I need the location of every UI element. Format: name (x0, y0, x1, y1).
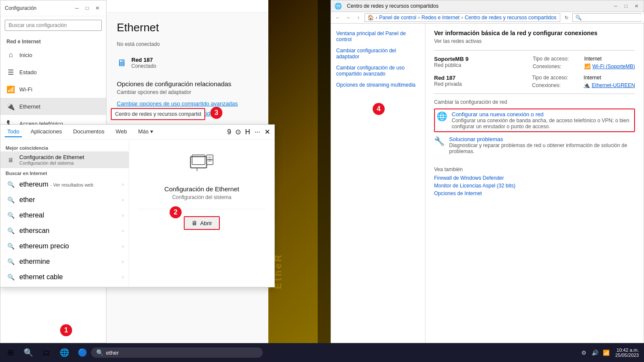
taskview-button[interactable]: 🗂 (38, 344, 55, 361)
search-tabs: Todo Aplicaciones Documentos Web Más ▾ 9… (0, 125, 274, 139)
internet-item-ethereum[interactable]: 🔍 ethereum - Ver resultados web › (0, 177, 129, 192)
nc-conexiones-label: Conexiones: (533, 63, 571, 69)
nc-window-icon: 🌐 (334, 3, 342, 9)
nc-minimize[interactable]: ─ (612, 2, 620, 10)
search-results-list: Mejor coincidencia 🖥 Configuración de Et… (0, 139, 129, 287)
maximize-button[interactable]: □ (83, 4, 91, 12)
nc-close[interactable]: ✕ (632, 2, 640, 10)
search-icon: 🔍 (6, 241, 16, 251)
badge-label-3: 3 (215, 109, 219, 117)
nc-sidebar-ventana[interactable]: Ventana principal del Panel de control (331, 28, 425, 45)
nc-net2-type: Red privada (434, 81, 462, 87)
internet-item-ether[interactable]: 🔍 ether › (0, 192, 129, 208)
nc-also-link-internet[interactable]: Opciones de Internet (434, 190, 635, 196)
nc-also-link-firewall[interactable]: Firewall de Windows Defender (434, 175, 635, 181)
nc-search-input[interactable] (583, 15, 644, 21)
nc-active-networks-label: Ver las redes activas (434, 38, 635, 44)
sidebar-item-label: Wi-Fi (19, 86, 32, 93)
step-badge-2: 2 (170, 206, 182, 218)
badge-circle-4: 4 (373, 103, 385, 115)
nc-sidebar-adaptador[interactable]: Cambiar configuración del adaptador (331, 45, 425, 62)
nc-also-link-monitor[interactable]: Monitor de Licencias Aspel (32 bits) (434, 183, 635, 189)
settings-tray-icon[interactable]: ⚙ (579, 348, 589, 357)
nc-divider2 (434, 94, 635, 94)
breadcrumb-centro[interactable]: Centro de redes y recursos compartidos (465, 15, 556, 21)
nc-addressbar: ← → ↑ 🏠 › Panel de control › Redes e Int… (331, 12, 644, 24)
internet-item-ethereal[interactable]: 🔍 ethereal › (0, 208, 129, 223)
search-taskbar-button[interactable]: 🔍 (20, 344, 37, 361)
search-highlight-input[interactable] (115, 111, 201, 117)
close-search-icon[interactable]: ✕ (264, 128, 270, 136)
best-match-sub: Configuración del sistema (19, 160, 124, 166)
nc-wifi-link[interactable]: 📶 Wi-Fi (SoporteMB) (584, 63, 635, 69)
settings-section-label: Red e Internet (0, 34, 106, 46)
search-icon: 🔍 (6, 210, 16, 220)
network-tray-icon[interactable]: 📶 (601, 348, 611, 357)
tab-documentos[interactable]: Documentos (70, 127, 107, 137)
result-name: ethernet cable (19, 273, 63, 281)
sidebar-item-inicio[interactable]: ⌂ Inicio (0, 46, 106, 63)
breadcrumb-home[interactable]: 🏠 (368, 15, 374, 21)
wifi-conn-icon: 📶 (584, 63, 591, 69)
nc-action-title1[interactable]: Configurar una nueva conexión o red (452, 111, 632, 118)
best-match-item[interactable]: 🖥 Configuración de Ethernet Configuració… (0, 151, 129, 168)
nc-access-label: Tipo de acceso: (533, 56, 571, 62)
nc-sidebar-streaming[interactable]: Opciones de streaming multimedia (331, 79, 425, 90)
search-highlight-box (111, 108, 205, 120)
chrome-button[interactable]: 🌐 (56, 344, 73, 361)
open-icon: 🖥 (191, 220, 197, 226)
nc-net1-info: SoporteMB 9 Red pública (434, 56, 468, 68)
gaming-bg: ABIT EtheR (268, 0, 318, 343)
detail-title: Configuración de Ethernet (164, 185, 239, 193)
svg-rect-0 (191, 157, 207, 168)
documents-label: Documentos (2+) (0, 285, 129, 287)
result-text: ether (19, 196, 122, 204)
breadcrumb-redes[interactable]: Redes e Internet (422, 15, 460, 21)
tab-mas[interactable]: Más ▾ (136, 127, 156, 137)
sidebar-item-label: Estado (19, 69, 36, 75)
nc-sidebar-compartido[interactable]: Cambiar configuración de uso compartido … (331, 62, 425, 79)
tab-todo[interactable]: Todo (5, 127, 22, 137)
breadcrumb-panel[interactable]: Panel de control (379, 15, 416, 21)
close-button[interactable]: ✕ (93, 4, 102, 12)
result-sub: - Ver resultados web (50, 182, 93, 187)
open-button[interactable]: 🖥 Abrir (184, 216, 219, 230)
back-button[interactable]: ← (334, 13, 342, 22)
nc-action-text1: Configurar una nueva conexión o red Conf… (452, 111, 632, 130)
nc-ethernet-link[interactable]: 🔌 Ethernet-UGREEN (583, 82, 635, 88)
nc-maximize[interactable]: □ (622, 2, 630, 10)
taskbar-search-input[interactable] (106, 350, 258, 356)
sidebar-item-ethernet[interactable]: 🔌 Ethernet (0, 98, 106, 115)
forward-button[interactable]: → (344, 13, 352, 22)
sound-icon[interactable]: 🔊 (590, 348, 600, 357)
settings-search-input[interactable] (5, 20, 102, 31)
arrow-icon: › (122, 181, 124, 187)
edge-button[interactable]: 🔵 (74, 344, 91, 361)
tab-web[interactable]: Web (113, 127, 130, 137)
result-name: ethereal (19, 211, 44, 219)
internet-item-ethereum-precio[interactable]: 🔍 ethereum precio › (0, 238, 129, 254)
nc-action-title2[interactable]: Solucionar problemas (449, 136, 635, 142)
sidebar-item-wifi[interactable]: 📶 Wi-Fi (0, 81, 106, 98)
minimize-button[interactable]: ─ (73, 4, 81, 12)
nc-net2-access-row2: Conexiones: 🔌 Ethernet-UGREEN (532, 82, 635, 88)
internet-label: Buscar en Internet (0, 168, 129, 177)
refresh-button[interactable]: ↻ (562, 13, 571, 22)
sidebar-item-estado[interactable]: ☰ Estado (0, 63, 106, 81)
nc-action-nueva-conexion[interactable]: 🌐 Configurar una nueva conexión o red Co… (434, 109, 635, 132)
nc-action-icon2: 🔧 (434, 136, 445, 146)
nc-net1-access: Tipo de acceso: Internet Conexiones: 📶 W… (533, 56, 635, 69)
network-info: Red 187 Conectado (131, 57, 156, 69)
up-button[interactable]: ↑ (354, 13, 363, 22)
best-match-text: Configuración de Ethernet Configuración … (19, 154, 124, 166)
search-icon: 🔍 (6, 226, 16, 236)
nc-access-value: Internet (584, 56, 602, 62)
nc-action-solucionar[interactable]: 🔧 Solucionar problemas Diagnosticar y re… (434, 132, 635, 158)
internet-item-ethernet-cable[interactable]: 🔍 ethernet cable › (0, 269, 129, 285)
internet-item-ethermine[interactable]: 🔍 ethermine › (0, 254, 129, 269)
tab-aplicaciones[interactable]: Aplicaciones (28, 127, 64, 137)
result-name: ether (19, 196, 35, 203)
internet-item-etherscan[interactable]: 🔍 etherscan › (0, 223, 129, 238)
start-button[interactable]: ⊞ (2, 344, 19, 361)
nc-net2-access: Tipo de acceso: Internet Conexiones: 🔌 E… (532, 75, 635, 88)
